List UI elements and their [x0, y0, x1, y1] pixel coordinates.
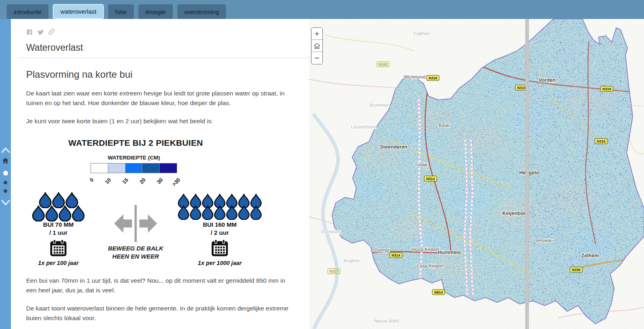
road-badge-N330: N330: [570, 267, 582, 272]
paragraph-2: Je kunt voor twee korte buien (1 en 2 uu…: [26, 116, 290, 126]
raindrop-icon: [59, 205, 71, 221]
svg-text:N314: N314: [426, 177, 435, 181]
colorbar-tick: 20: [138, 177, 147, 185]
map-town-label: Angerlo: [344, 258, 360, 263]
flood-map-canvas: SteenderenToldijkBaakWichmondVordenHenge…: [309, 19, 644, 329]
home-icon: [314, 43, 320, 49]
road-badge-N319: N319: [601, 86, 613, 91]
map-town-label: Steenderen: [380, 144, 407, 150]
copy-link-icon[interactable]: [48, 28, 55, 35]
label-bui-160mm: BUI 160 MM: [173, 221, 266, 228]
section-heading: Plasvorming na korte bui: [26, 69, 299, 80]
road-badge-N317: N317: [328, 269, 340, 274]
map-town-label: Brummen: [369, 103, 390, 108]
label-2-uur: / 2 uur: [173, 229, 266, 236]
nav-up-chevron-icon[interactable]: [1, 147, 10, 153]
tab-wateroverlast[interactable]: wateroverlast: [53, 4, 104, 19]
infographic-title: WATERDIEPTE BIJ 2 PIEKBUIEN: [22, 138, 249, 148]
road-badge-N314: N314: [390, 252, 402, 258]
title-divider: [18, 58, 309, 58]
paragraph-1: De kaart laat zien waar een korte extree…: [26, 89, 290, 108]
nav-down-chevron-icon[interactable]: [1, 199, 10, 206]
map-town-label: Hoog-Keppel: [412, 247, 439, 252]
map-town-label: Nieuw-Wehl: [374, 319, 399, 323]
map-town-label: Leuvenheim: [351, 124, 376, 129]
swipe-caption: BEWEEG DE BALK HEEN EN WEER: [91, 244, 180, 261]
colorbar-cell: [91, 163, 108, 173]
raindrop-icon: [72, 205, 85, 221]
colorbar-tick: 15: [121, 177, 130, 185]
nav-section-dot-2[interactable]: [4, 181, 7, 184]
legend-title: WATERDIEPTE (CM): [91, 155, 177, 161]
story-content-panel: Wateroverlast Plasvorming na korte bui D…: [11, 19, 309, 329]
flood-map[interactable]: SteenderenToldijkBaakWichmondVordenHenge…: [309, 19, 644, 329]
colorbar-tick: 0: [89, 177, 95, 183]
raindrops-160mm: [173, 194, 266, 220]
tab-introductie[interactable]: introductie: [6, 4, 49, 19]
colorbar-cell: [126, 163, 143, 173]
svg-text:N814: N814: [434, 290, 443, 294]
road-badge-N315: N315: [595, 139, 607, 144]
map-town-label: Hengelo: [519, 170, 539, 176]
svg-text:N314: N314: [392, 253, 400, 257]
colorbar-cell: [142, 163, 160, 173]
app-window: introductiewateroverlasthittedroogteover…: [0, 0, 644, 329]
calendar-icon-left: [49, 239, 68, 257]
raindrop-icon: [202, 205, 213, 220]
tab-droogte[interactable]: droogte: [138, 4, 173, 19]
label-1-uur: / 1 uur: [28, 229, 89, 236]
map-town-label: Wichmond: [404, 74, 425, 79]
waterdepth-colorbar: [91, 163, 177, 173]
swipe-arrows-icon: [111, 205, 160, 242]
raindrop-icon: [45, 205, 58, 221]
calendar-icon-right: [211, 239, 229, 257]
colorbar-ticks: 010152030>30: [91, 176, 177, 190]
raindrops-70mm: [28, 192, 89, 221]
raindrop-icon: [32, 205, 45, 221]
nav-section-dot-3[interactable]: [4, 189, 7, 193]
colorbar-tick: 30: [156, 177, 164, 185]
page-title: Wateroverlast: [26, 42, 299, 53]
road-badge-N348: N348: [377, 62, 389, 67]
colorbar-cell: [160, 163, 177, 173]
raindrop-icon: [190, 205, 201, 220]
zoom-out-button[interactable]: −: [312, 52, 322, 64]
map-town-label: Velswijk: [535, 238, 552, 243]
colorbar-tick: 10: [104, 177, 112, 185]
zoom-in-button[interactable]: +: [312, 28, 322, 40]
tab-hitte[interactable]: hitte: [108, 4, 134, 19]
road-badge-N316: N316: [427, 75, 439, 81]
nav-home-icon[interactable]: [2, 157, 9, 164]
svg-text:N348: N348: [379, 62, 388, 66]
map-town-label: Baak: [439, 123, 449, 128]
road-badge-N814: N814: [432, 290, 445, 295]
tab-overstroming[interactable]: overstroming: [177, 4, 227, 19]
facebook-share-icon[interactable]: [26, 29, 33, 35]
infographic-waterdepth: WATERDIEPTE BIJ 2 PIEKBUIEN WATERDIEPTE …: [22, 138, 288, 269]
nav-section-dot-1[interactable]: [3, 171, 8, 176]
map-town-label: Vorden: [539, 77, 555, 83]
raindrop-icon: [250, 205, 262, 220]
raindrop-icon: [214, 205, 225, 220]
home-extent-button[interactable]: [312, 40, 322, 52]
svg-text:N319: N319: [603, 87, 611, 91]
svg-text:N319: N319: [517, 86, 526, 90]
svg-text:N316: N316: [429, 76, 438, 80]
twitter-share-icon[interactable]: [37, 29, 44, 35]
story-nav-sidebar: [0, 19, 11, 329]
raindrop-icon: [238, 205, 250, 220]
share-row: [26, 28, 299, 36]
map-controls: + −: [311, 27, 323, 64]
label-bui-70mm: BUI 70 MM: [28, 221, 89, 228]
map-town-label: Toldijk: [415, 162, 427, 167]
frequency-right: 1x per 1000 jaar: [180, 260, 260, 266]
map-town-label: Zutphen: [413, 31, 430, 36]
svg-text:N330: N330: [572, 268, 581, 272]
raindrop-icon: [226, 205, 237, 220]
raindrop-icon: [178, 205, 189, 220]
map-town-label: Hummelo: [438, 250, 461, 255]
map-swipe-bar[interactable]: [525, 19, 529, 329]
map-town-label: Drempt: [374, 248, 390, 252]
svg-text:N315: N315: [597, 139, 606, 143]
map-town-label: Keijenborg: [502, 211, 528, 216]
